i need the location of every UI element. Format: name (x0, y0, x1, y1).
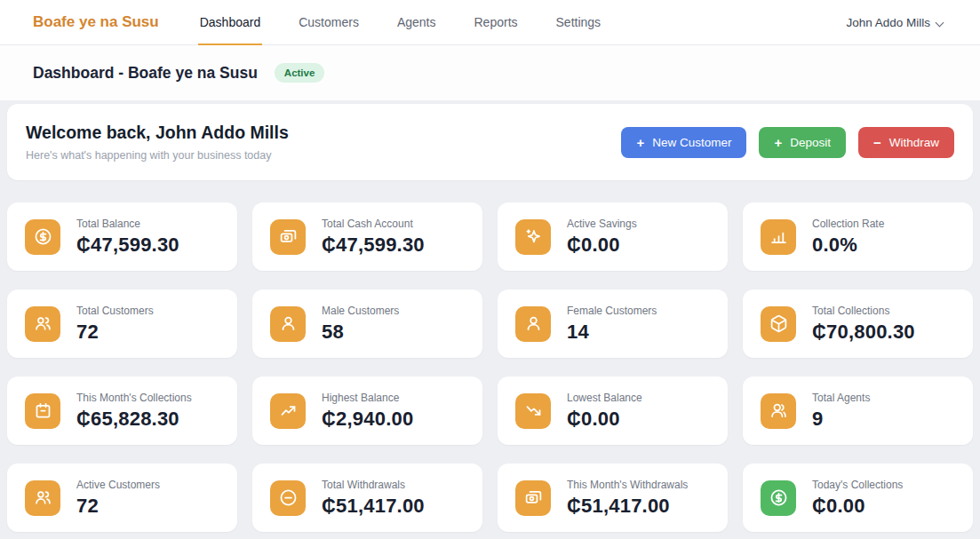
cube-icon (761, 306, 796, 342)
stat-card-total-balance: Total Balance ₵47,599.30 (7, 202, 237, 271)
app-logo: Boafe ye na Susu (33, 13, 159, 31)
new-customer-button[interactable]: + New Customer (621, 127, 746, 158)
stat-label: Total Withdrawals (322, 479, 425, 491)
stat-value: ₵2,940.00 (322, 408, 413, 431)
stat-value: ₵0.00 (812, 495, 903, 518)
stat-label: Highest Balance (322, 392, 413, 404)
stat-label: Total Customers (76, 305, 154, 317)
trending-down-icon (515, 393, 551, 429)
stat-value: ₵0.00 (567, 408, 642, 431)
top-navigation-bar: Boafe ye na Susu DashboardCustomersAgent… (0, 0, 980, 45)
stat-value: ₵47,599.30 (76, 234, 179, 257)
nav-item-dashboard[interactable]: Dashboard (198, 0, 263, 45)
stat-card-female-customers: Female Customers 14 (498, 289, 728, 358)
stat-text: Total Collections ₵70,800.30 (812, 305, 915, 344)
stat-card-this-months-collections: This Month's Collections ₵65,828.30 (7, 377, 237, 445)
stat-text: Lowest Balance ₵0.00 (567, 392, 642, 431)
users-icon (761, 393, 796, 429)
stat-text: Total Cash Account ₵47,599.30 (322, 218, 425, 257)
stat-text: Today's Collections ₵0.00 (812, 479, 903, 518)
stat-card-highest-balance: Highest Balance ₵2,940.00 (252, 377, 482, 445)
nav-item-customers[interactable]: Customers (297, 0, 361, 45)
button-label: New Customer (652, 136, 731, 149)
stat-text: Active Customers 72 (76, 479, 160, 518)
stat-card-active-customers: Active Customers 72 (7, 464, 237, 532)
welcome-banner: Welcome back, John Addo Mills Here's wha… (7, 104, 973, 180)
stat-label: Female Customers (567, 305, 657, 317)
welcome-text-block: Welcome back, John Addo Mills Here's wha… (26, 123, 289, 162)
stat-card-todays-collections: Today's Collections ₵0.00 (743, 464, 973, 532)
user-icon (515, 306, 551, 342)
stat-card-active-savings: Active Savings ₵0.00 (498, 202, 728, 271)
users-group-icon (25, 306, 60, 342)
plus-icon: + (774, 136, 782, 149)
stat-label: Active Savings (567, 218, 637, 230)
main-nav: DashboardCustomersAgentsReportsSettings (198, 0, 847, 45)
dollar-circle-icon (761, 480, 796, 516)
stat-label: This Month's Collections (76, 392, 192, 404)
minus-circle-icon (270, 480, 306, 516)
stat-text: This Month's Collections ₵65,828.30 (76, 392, 192, 431)
withdraw-button[interactable]: − Withdraw (858, 127, 954, 158)
stat-label: Total Collections (812, 305, 915, 317)
page-title: Dashboard - Boafe ye na Susu (33, 64, 258, 83)
stat-label: Lowest Balance (567, 392, 642, 404)
button-label: Withdraw (889, 136, 939, 149)
users-group-icon (25, 480, 60, 516)
stat-card-total-agents: Total Agents 9 (743, 377, 973, 445)
stat-label: Total Cash Account (322, 218, 425, 230)
stat-label: This Month's Withdrawals (567, 479, 688, 491)
stat-card-male-customers: Male Customers 58 (252, 289, 482, 358)
stat-text: Total Agents 9 (812, 392, 870, 431)
stat-text: Collection Rate 0.0% (812, 218, 884, 257)
stat-label: Collection Rate (812, 218, 884, 230)
stat-value: ₵65,828.30 (76, 408, 192, 431)
stat-value: 14 (567, 321, 657, 344)
page-header: Dashboard - Boafe ye na Susu Active (0, 45, 980, 100)
banknotes-icon (270, 219, 306, 255)
plus-icon: + (636, 136, 644, 149)
nav-item-reports[interactable]: Reports (473, 0, 520, 45)
deposit-button[interactable]: + Deposit (759, 127, 846, 158)
nav-item-agents[interactable]: Agents (395, 0, 438, 45)
bar-chart-icon (761, 219, 796, 255)
stat-text: Male Customers 58 (322, 305, 399, 344)
stat-label: Today's Collections (812, 479, 903, 491)
stat-value: ₵51,417.00 (322, 495, 425, 518)
nav-item-settings[interactable]: Settings (554, 0, 603, 45)
trending-up-icon (270, 393, 306, 429)
stat-card-total-collections: Total Collections ₵70,800.30 (743, 289, 973, 358)
user-icon (270, 306, 306, 342)
stat-label: Total Agents (812, 392, 870, 404)
minus-icon: − (873, 136, 881, 149)
status-badge: Active (275, 63, 325, 83)
stat-value: 72 (76, 321, 154, 344)
stat-text: Total Balance ₵47,599.30 (76, 218, 179, 257)
user-name: John Addo Mills (846, 16, 930, 29)
stat-value: 58 (322, 321, 399, 344)
stat-text: Female Customers 14 (567, 305, 657, 344)
stat-value: 72 (76, 495, 160, 518)
stat-card-total-cash-account: Total Cash Account ₵47,599.30 (252, 202, 482, 271)
stat-label: Active Customers (76, 479, 160, 491)
stat-card-total-customers: Total Customers 72 (7, 289, 237, 358)
stat-card-lowest-balance: Lowest Balance ₵0.00 (498, 377, 728, 445)
user-menu[interactable]: John Addo Mills (846, 16, 944, 29)
stat-card-this-months-withdrawals: This Month's Withdrawals ₵51,417.00 (498, 464, 728, 532)
calendar-icon (25, 393, 60, 429)
stat-label: Total Balance (76, 218, 179, 230)
stat-card-collection-rate: Collection Rate 0.0% (743, 202, 973, 271)
stat-value: ₵47,599.30 (322, 234, 425, 257)
welcome-title: Welcome back, John Addo Mills (26, 123, 289, 143)
dollar-circle-icon (25, 219, 60, 255)
stat-card-total-withdrawals: Total Withdrawals ₵51,417.00 (252, 464, 482, 532)
quick-actions: + New Customer + Deposit − Withdraw (621, 127, 954, 158)
stat-value: ₵70,800.30 (812, 321, 915, 344)
banknotes-icon (515, 480, 551, 516)
welcome-subtitle: Here's what's happening with your busine… (26, 149, 289, 162)
stat-value: 0.0% (812, 234, 884, 257)
button-label: Deposit (790, 136, 831, 149)
chevron-down-icon (936, 19, 944, 27)
stat-label: Male Customers (322, 305, 399, 317)
stat-text: Total Customers 72 (76, 305, 154, 344)
